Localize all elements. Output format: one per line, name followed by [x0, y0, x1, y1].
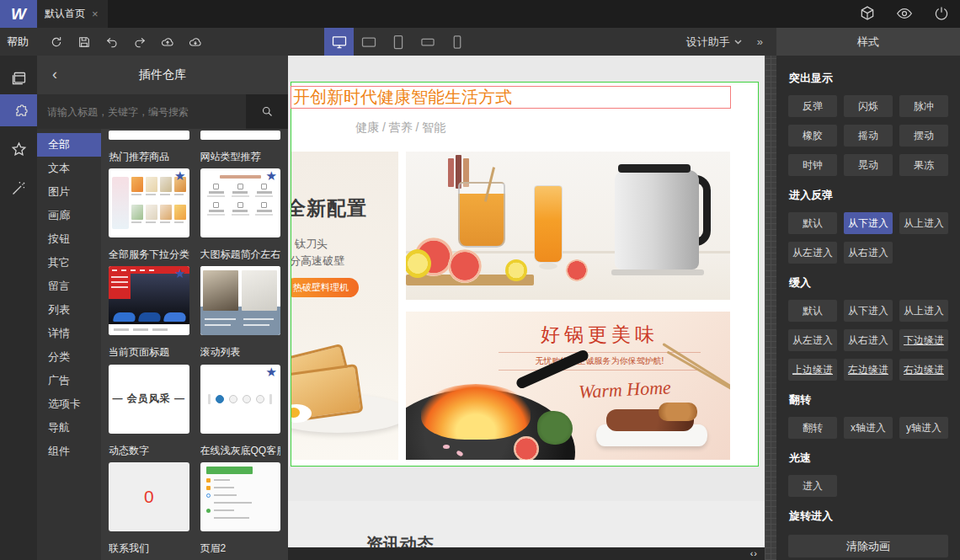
plugin-card-scroll-list[interactable]: ★: [200, 365, 281, 434]
topbar-spacer: [108, 0, 849, 28]
anim-button-bouncein-left[interactable]: 从左进入: [788, 242, 837, 264]
anim-button-rubber[interactable]: 橡胶: [788, 125, 837, 147]
anim-button-easein-bottom-edge[interactable]: 下边缘进: [899, 329, 948, 351]
plugin-label: 网站类型推荐: [200, 150, 281, 163]
device-phone-portrait-button[interactable]: [442, 28, 472, 56]
clear-animation-button[interactable]: 清除动画: [788, 535, 948, 557]
anim-button-wobble[interactable]: 晃动: [844, 154, 893, 176]
anim-button-easein-top-edge[interactable]: 上边缘进: [788, 359, 837, 381]
canvas-scrollbar[interactable]: [765, 56, 776, 560]
sidebar-item-pages[interactable]: [0, 62, 37, 94]
sidebar-item-favorites[interactable]: [0, 133, 37, 165]
plugin-card-dropdown-nav[interactable]: ★: [109, 266, 189, 335]
plugin-label: 页眉2: [200, 541, 281, 554]
anim-button-flip[interactable]: 翻转: [788, 417, 837, 439]
brand-logo: W: [0, 0, 37, 28]
plugin-card-site-types[interactable]: ★: [200, 168, 281, 237]
category-list[interactable]: 列表: [37, 298, 101, 322]
back-button[interactable]: ‹: [52, 64, 57, 84]
anim-button-easein-down[interactable]: 从上进入: [899, 300, 948, 322]
anim-button-bounce[interactable]: 反弹: [788, 95, 837, 117]
close-icon[interactable]: ×: [92, 8, 99, 20]
anim-button-easein-right-edge[interactable]: 右边缘进: [899, 359, 948, 381]
category-component[interactable]: 组件: [37, 440, 101, 463]
undo-icon[interactable]: [105, 35, 119, 49]
anim-button-easein-left[interactable]: 从左进入: [788, 329, 837, 351]
category-text[interactable]: 文本: [37, 157, 101, 180]
refresh-icon[interactable]: [50, 35, 63, 49]
anim-button-easein-up[interactable]: 从下进入: [844, 300, 893, 322]
anim-button-bouncein-default[interactable]: 默认: [788, 212, 837, 234]
device-phone-landscape-button[interactable]: [413, 28, 442, 56]
hero-subtitle[interactable]: 健康 / 营养 / 智能: [355, 120, 445, 136]
category-detail[interactable]: 详情: [37, 322, 101, 345]
sidebar-item-plugins[interactable]: [0, 94, 37, 126]
category-image[interactable]: 图片: [37, 180, 101, 204]
anim-button-jello[interactable]: 果冻: [899, 154, 948, 176]
category-all[interactable]: 全部: [37, 133, 101, 157]
anim-button-easein-left-edge[interactable]: 左边缘进: [844, 359, 893, 381]
plugin-card-dynamic-number[interactable]: 0: [109, 462, 189, 531]
anim-button-bouncein-up[interactable]: 从下进入: [844, 212, 893, 234]
save-icon[interactable]: [77, 35, 91, 49]
star-icon: ★: [266, 169, 277, 183]
banner-kettle[interactable]: [406, 152, 730, 300]
category-ad[interactable]: 广告: [37, 369, 101, 392]
plugin-card-qq-service[interactable]: [200, 462, 281, 531]
redo-icon[interactable]: [133, 35, 147, 49]
selected-section[interactable]: 开创新时代健康智能生活方式 健康 / 营养 / 智能 全新配置 钛刀头 分高速破…: [291, 82, 759, 467]
search-button[interactable]: [246, 94, 288, 129]
plugin-panel-header: ‹ 插件仓库: [37, 56, 288, 94]
anim-button-swing[interactable]: 摆动: [899, 125, 948, 147]
cloud-download-icon[interactable]: [189, 35, 202, 49]
section-title-flip: 翻转: [789, 392, 947, 408]
category-other[interactable]: 其它: [37, 251, 101, 275]
plugin-card-page-title[interactable]: — 会员风采 —: [109, 365, 189, 434]
cloud-upload-icon[interactable]: [161, 35, 174, 49]
category-tabs[interactable]: 选项卡: [37, 392, 101, 416]
plugin-card-big-image-slider[interactable]: [200, 266, 281, 335]
banner-wok[interactable]: 好锅更美味 无忧购物，至诚服务为你保驾护航! Warm Home: [406, 312, 730, 460]
plugin-label: 在线浅灰底QQ客服: [200, 444, 281, 456]
anim-button-pulse[interactable]: 脉冲: [899, 95, 948, 117]
more-button[interactable]: »: [757, 35, 763, 48]
plugin-card-partial[interactable]: [200, 131, 281, 140]
category-message[interactable]: 留言: [37, 275, 101, 298]
device-tablet-portrait-button[interactable]: [383, 28, 413, 56]
anim-button-bouncein-right[interactable]: 从右进入: [844, 242, 893, 264]
power-icon[interactable]: [933, 5, 950, 22]
plugin-grid: 热门推荐商品 网站类型推荐: [101, 129, 288, 560]
category-classify[interactable]: 分类: [37, 345, 101, 369]
anim-button-easein-right[interactable]: 从右进入: [844, 329, 893, 351]
button-grid: 默认 从下进入 从上进入 从左进入 从右进入 下边缘进 上边缘进 左边缘进 右边…: [788, 300, 948, 381]
anim-button-flip-x[interactable]: x轴进入: [844, 417, 893, 439]
category-nav[interactable]: 导航: [37, 416, 101, 440]
plugin-card-hot-products[interactable]: ★: [109, 168, 189, 237]
anim-button-flip-y[interactable]: y轴进入: [899, 417, 948, 439]
design-assistant-button[interactable]: 设计助手: [686, 35, 742, 50]
cube-icon[interactable]: [859, 5, 876, 22]
category-button[interactable]: 按钮: [37, 227, 101, 251]
anim-button-easein-default[interactable]: 默认: [788, 300, 837, 322]
banner-blender[interactable]: 全新配置 钛刀头 分高速破壁 热破壁料理机: [291, 152, 398, 460]
plugin-card-partial[interactable]: [109, 131, 189, 140]
page-tab[interactable]: 默认首页 ×: [37, 0, 108, 28]
anim-button-lightspeed-in[interactable]: 进入: [788, 475, 837, 497]
code-toggle-icon[interactable]: ‹›: [750, 548, 758, 558]
anim-button-flash[interactable]: 闪烁: [844, 95, 893, 117]
device-tablet-landscape-button[interactable]: [354, 28, 383, 56]
anim-button-bouncein-down[interactable]: 从上进入: [899, 212, 948, 234]
sidebar-item-tools[interactable]: [0, 172, 37, 204]
device-desktop-button[interactable]: [324, 28, 354, 56]
anim-button-shake[interactable]: 摇动: [844, 125, 893, 147]
help-button[interactable]: 帮助: [7, 35, 35, 50]
search-input[interactable]: [37, 94, 246, 129]
preview-eye-icon[interactable]: [896, 5, 913, 22]
banner-blender-line1: 钛刀头: [295, 237, 328, 252]
category-gallery[interactable]: 画廊: [37, 204, 101, 227]
hero-title-box[interactable]: 开创新时代健康智能生活方式: [291, 86, 731, 109]
tab-style[interactable]: 样式: [776, 28, 960, 56]
page-tab-title: 默认首页: [45, 7, 85, 21]
design-canvas[interactable]: 开创新时代健康智能生活方式 健康 / 营养 / 智能 全新配置 钛刀头 分高速破…: [288, 56, 765, 560]
anim-button-clock[interactable]: 时钟: [788, 154, 837, 176]
